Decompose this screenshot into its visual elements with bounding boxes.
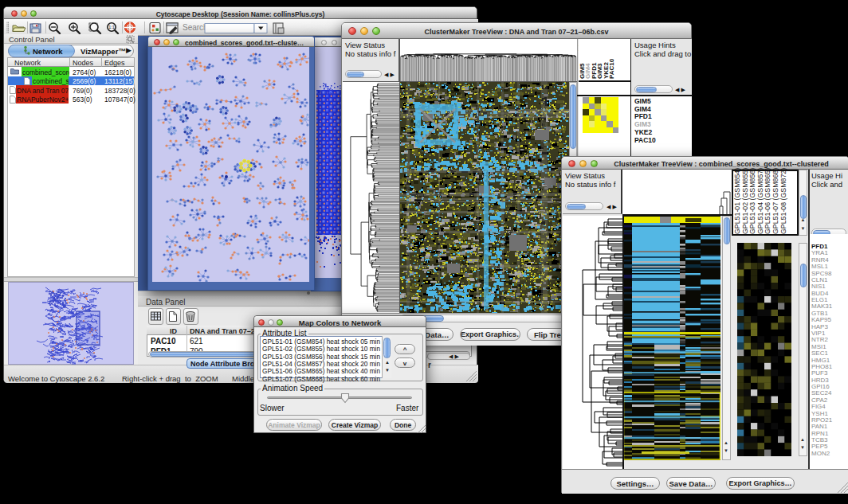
svg-text:GPL51-04 (GSM857): GPL51-04 (GSM857) <box>756 168 764 234</box>
svg-text:PAC10: PAC10 <box>608 58 615 79</box>
svg-text:GPL51-06 (GSM865): GPL51-06 (GSM865) <box>764 168 771 234</box>
svg-text:GPL51-07 (GSM868): GPL51-07 (GSM868) <box>771 168 779 234</box>
svg-text:GPL51-08 (GSM872): GPL51-08 (GSM872) <box>779 168 787 234</box>
svg-text:GPL51-01 (GSM854): GPL51-01 (GSM854) <box>733 168 741 234</box>
svg-text:GPL51-03 (GSM856): GPL51-03 (GSM856) <box>748 168 756 234</box>
svg-text:GPL51-02 (GSM855): GPL51-02 (GSM855) <box>741 168 749 234</box>
